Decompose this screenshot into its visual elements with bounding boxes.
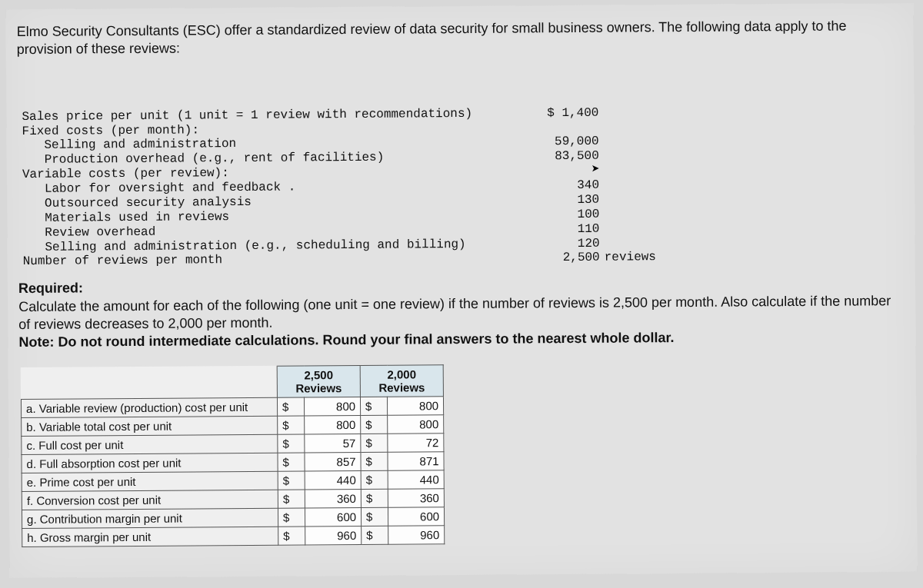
value-2500[interactable]: 800 [305,416,361,435]
worksheet-page: Elmo Security Consultants (ESC) offer a … [5,3,917,578]
currency-cell: $ [278,527,305,545]
data-line-value: 2,500 [523,251,600,266]
required-note: Note: Do not round intermediate calculat… [18,331,674,350]
currency-cell: $ [278,416,305,434]
value-2500[interactable]: 857 [305,453,361,472]
row-label: c. Full cost per unit [22,435,278,455]
currency-cell: $ [361,453,388,471]
value-2000[interactable]: 360 [388,489,444,508]
required-title: Required: [18,281,83,297]
col-header-2500: 2,500 Reviews [277,365,360,397]
col-header-2000: 2,000 Reviews [360,365,443,397]
data-line-value: 110 [522,221,599,237]
value-2500[interactable]: 600 [305,508,361,527]
data-line-unit: reviews [605,251,656,265]
currency-cell: $ [361,416,388,434]
currency-cell: $ [361,471,388,490]
row-label: e. Prime cost per unit [22,472,278,492]
answer-table: 2,500 Reviews 2,000 Reviews a. Variable … [21,364,445,547]
table-row: h. Gross margin per unit$960$960 [22,526,445,547]
value-2500[interactable]: 960 [305,527,362,546]
currency-cell: $ [278,471,305,490]
data-line-value: 100 [522,208,599,223]
value-2000[interactable]: 960 [388,526,445,545]
row-label: b. Variable total cost per unit [22,417,278,437]
currency-cell: $ [278,490,305,508]
value-2000[interactable]: 600 [388,507,444,527]
value-2500[interactable]: 440 [305,471,361,490]
currency-cell: $ [278,453,305,471]
table-corner-blank [21,366,277,400]
value-2500[interactable]: 360 [305,490,361,509]
data-line-value: 83,500 [522,149,599,164]
value-2000[interactable]: 800 [387,397,443,416]
currency-cell: $ [361,490,388,508]
row-label: d. Full absorption cost per unit [22,453,278,473]
value-2000[interactable]: 800 [388,415,444,434]
data-line-value: 340 [522,178,599,194]
currency-cell: $ [278,434,305,453]
value-2000[interactable]: 72 [388,434,444,453]
row-label: f. Conversion cost per unit [22,490,278,510]
data-line-label: Number of reviews per month [23,251,523,269]
data-line-value: 130 [522,193,599,208]
currency-cell: $ [362,527,388,545]
row-label: a. Variable review (production) cost per… [21,398,277,418]
currency-cell: $ [277,397,304,416]
value-2000[interactable]: 440 [388,470,444,490]
currency-cell: $ [278,508,305,527]
cost-data-block: ➤ Sales price per unit (1 unit = 1 revie… [22,60,906,269]
problem-intro-text: Elmo Security Consultants (ESC) offer a … [17,17,894,58]
value-2000[interactable]: 871 [388,452,444,471]
currency-cell: $ [361,508,388,527]
required-section: Required: Calculate the amount for each … [18,274,904,352]
data-line-value: 120 [523,236,600,251]
data-line-value: 59,000 [522,135,599,150]
value-2500[interactable]: 57 [305,434,361,453]
data-line-value: $ 1,400 [521,105,598,121]
currency-cell: $ [361,434,388,453]
currency-cell: $ [360,397,387,416]
row-label: g. Contribution margin per unit [22,509,278,529]
required-body: Calculate the amount for each of the fol… [18,293,891,332]
value-2500[interactable]: 800 [304,397,360,417]
row-label: h. Gross margin per unit [22,527,278,547]
